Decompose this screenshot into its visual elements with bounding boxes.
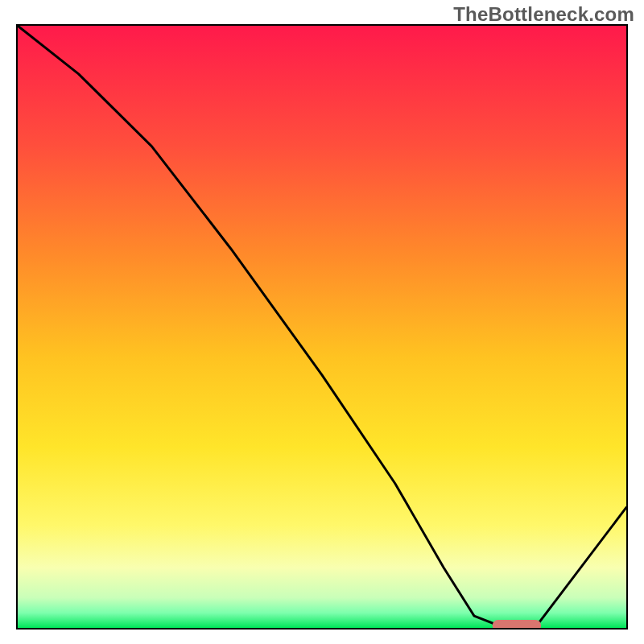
plot-area [16,24,628,630]
chart-svg [18,26,626,628]
watermark-text: TheBottleneck.com [453,3,634,26]
optimal-range-marker [493,620,541,628]
gradient-background [18,26,626,628]
chart-frame: TheBottleneck.com [0,0,644,644]
